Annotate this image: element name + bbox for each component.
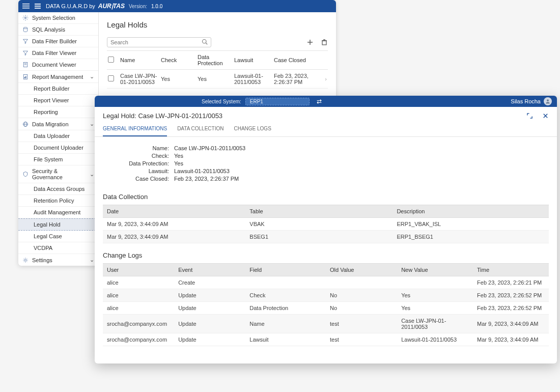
col-header[interactable]: New Value: [397, 263, 473, 276]
user-avatar-icon[interactable]: [544, 97, 552, 105]
sidebar-item-document-uploader[interactable]: Document Uploader: [18, 142, 98, 154]
table-cell: Feb 23, 2023, 2:26:52 PM: [473, 289, 549, 302]
table-cell: srocha@companyx.com: [103, 333, 174, 346]
selected-system-label: Selected System:: [202, 99, 241, 104]
col-check[interactable]: Check: [161, 57, 198, 63]
table-row[interactable]: Mar 9, 2023, 3:44:09 AMBSEG1ERP1_BSEG1: [103, 231, 549, 243]
sidebar-item-security-governance[interactable]: Security & Governance⌄: [18, 165, 98, 183]
sidebar-item-label: Data Filter Builder: [32, 38, 77, 44]
legal-holds-table: Name Check Data Protection Lawsuit Case …: [107, 50, 328, 89]
info-value: Yes: [174, 153, 549, 159]
sidebar-item-label: Legal Hold: [34, 221, 61, 228]
sidebar-item-report-builder[interactable]: Report Builder: [18, 83, 98, 95]
sidebar-item-data-filter-viewer[interactable]: Data Filter Viewer: [18, 47, 98, 59]
col-header[interactable]: Table: [245, 205, 393, 218]
app-header: DATA G.U.A.R.D by AURịTAS Version: 1.0.0: [18, 0, 336, 12]
sidebar-item-reporting[interactable]: Reporting: [18, 106, 98, 118]
sidebar-item-document-viewer[interactable]: Document Viewer: [18, 59, 98, 71]
col-dp[interactable]: Data Protection: [198, 54, 234, 66]
col-header[interactable]: Old Value: [326, 263, 397, 276]
col-header[interactable]: Event: [174, 263, 245, 276]
maximize-icon[interactable]: [526, 113, 533, 119]
table-cell: Update: [174, 302, 245, 315]
col-header[interactable]: Description: [393, 205, 549, 218]
table-row[interactable]: Mar 9, 2023, 3:44:09 AMVBAKERP1_VBAK_ISL: [103, 218, 549, 231]
chevron-down-icon: ⌄: [90, 171, 94, 178]
add-icon[interactable]: [306, 39, 314, 46]
sidebar-item-report-management[interactable]: Report Management⌄: [18, 71, 98, 83]
menu-icon[interactable]: [22, 3, 30, 10]
table-row[interactable]: aliceCreateFeb 23, 2023, 2:26:21 PM: [103, 276, 549, 289]
col-header[interactable]: Date: [103, 205, 245, 218]
info-label: Data Protection:: [103, 160, 174, 166]
sidebar-item-sql-analysis[interactable]: SQL Analysis: [18, 24, 98, 36]
table-cell: [326, 276, 397, 289]
table-row[interactable]: Case LW-JPN-01-2011/0053 Yes Yes Lawsuit…: [107, 70, 328, 89]
select-all-checkbox[interactable]: [108, 57, 114, 63]
search-icon[interactable]: [202, 39, 208, 46]
search-input[interactable]: [110, 39, 202, 45]
table-row[interactable]: aliceUpdateData ProtectionNoYesFeb 23, 2…: [103, 302, 549, 315]
sidebar-item-legal-case[interactable]: Legal Case: [18, 231, 98, 242]
shuffle-icon[interactable]: ⇄: [317, 98, 322, 105]
page-title: Legal Holds: [107, 20, 328, 29]
sidebar-item-label: Legal Case: [34, 233, 62, 239]
tabs: GENERAL INFORMATIONS DATA COLLECTION CHA…: [95, 122, 557, 137]
sidebar-item-retention-policy[interactable]: Retention Policy: [18, 195, 98, 207]
sidebar-item-settings[interactable]: Settings⌄: [18, 254, 98, 266]
table-cell: ERP1_VBAK_ISL: [393, 218, 549, 231]
cell-closed: Feb 23, 2023, 2:26:37 PM: [274, 73, 319, 85]
table-row[interactable]: srocha@companyx.comUpdateLawsuittestLaws…: [103, 333, 549, 346]
col-header[interactable]: Time: [473, 263, 549, 276]
cell-check: Yes: [161, 76, 198, 82]
sidebar-item-data-migration[interactable]: Data Migration⌄: [18, 118, 98, 130]
sidebar-item-label: Settings: [32, 257, 52, 263]
system-select[interactable]: ERP1: [245, 98, 310, 105]
table-cell: srocha@companyx.com: [103, 315, 174, 333]
sidebar-item-data-uploader[interactable]: Data Uploader: [18, 130, 98, 142]
sidebar-item-data-access-groups[interactable]: Data Access Groups: [18, 183, 98, 195]
filter-build-icon: [22, 38, 29, 44]
svg-rect-2: [22, 8, 30, 9]
sidebar-item-label: Audit Management: [34, 209, 80, 215]
close-icon[interactable]: [542, 113, 549, 119]
row-checkbox[interactable]: [108, 75, 114, 81]
general-info-grid: Name:Case LW-JPN-01-2011/0053Check:YesDa…: [95, 137, 557, 191]
sidebar-item-report-viewer[interactable]: Report Viewer: [18, 95, 98, 106]
table-cell: test: [326, 315, 397, 333]
svg-point-3: [25, 17, 26, 19]
sidebar-item-file-system[interactable]: File System: [18, 154, 98, 165]
tab-change-logs[interactable]: CHANGE LOGS: [234, 122, 271, 136]
sidebar-item-vcdpa[interactable]: VCDPA: [18, 242, 98, 254]
table-cell: No: [326, 302, 397, 315]
svg-rect-1: [22, 6, 30, 7]
version-label: Version:: [129, 4, 147, 9]
sidebar-item-system-selection[interactable]: System Selection: [18, 12, 98, 24]
table-row[interactable]: aliceUpdateCheckNoYesFeb 23, 2023, 2:26:…: [103, 289, 549, 302]
table-row[interactable]: srocha@companyx.comUpdateNametestCase LW…: [103, 315, 549, 333]
shield-icon: [22, 171, 29, 177]
sidebar-item-legal-hold[interactable]: Legal Hold: [18, 218, 98, 231]
sidebar-item-label: File System: [34, 156, 63, 162]
col-name[interactable]: Name: [120, 57, 161, 63]
col-lawsuit[interactable]: Lawsuit: [234, 57, 274, 63]
sidebar-item-audit-management[interactable]: Audit Management: [18, 207, 98, 218]
report-icon: [22, 74, 29, 80]
user-name[interactable]: Silas Rocha: [511, 98, 541, 104]
search-box[interactable]: [107, 37, 211, 47]
col-header[interactable]: User: [103, 263, 174, 276]
table-cell: Mar 9, 2023, 3:44:09 AM: [103, 231, 245, 243]
sidebar-item-label: Data Filter Viewer: [32, 50, 76, 56]
tab-general[interactable]: GENERAL INFORMATIONS: [103, 122, 167, 136]
col-closed[interactable]: Case Closed: [274, 57, 319, 63]
chevron-down-icon: ⌄: [90, 73, 94, 80]
delete-icon[interactable]: [321, 39, 328, 46]
info-value: Yes: [174, 160, 549, 166]
svg-rect-10: [25, 76, 26, 78]
detail-window: Selected System: ERP1 ⇄ Silas Rocha Lega…: [95, 96, 557, 363]
tab-data-collection[interactable]: DATA COLLECTION: [177, 122, 223, 136]
chevron-right-icon[interactable]: ›: [319, 76, 327, 82]
table-cell: Lawsuit: [245, 333, 326, 346]
sidebar-item-data-filter-builder[interactable]: Data Filter Builder: [18, 36, 98, 47]
col-header[interactable]: Field: [245, 263, 326, 276]
